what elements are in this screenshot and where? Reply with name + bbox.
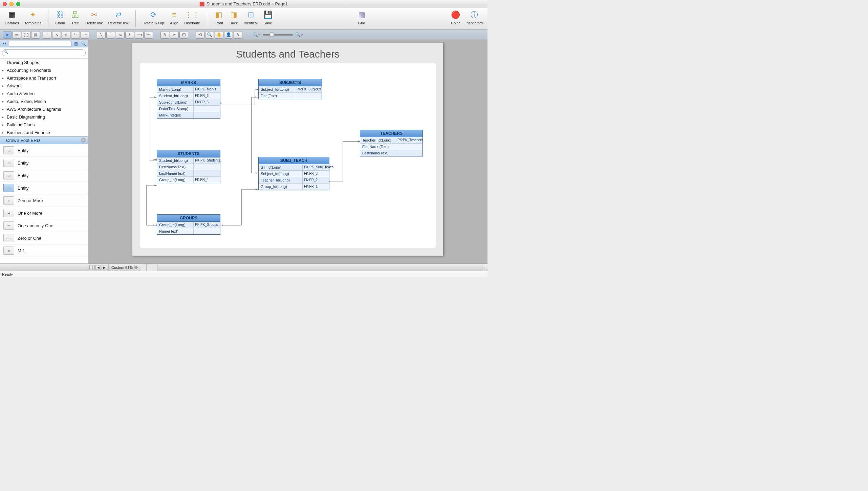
entity-subjects[interactable]: SUBJECTS Subject_Id(Long)PK:PK_SubjectsT… [258,79,322,99]
view-tool-5[interactable]: ✎ [234,31,242,39]
entity-teachers[interactable]: TEACHERS Teacher_Id(Long)PK:PK_TeachersF… [360,130,423,156]
line-tool-3[interactable]: ∿ [116,31,125,39]
identical-button[interactable]: ⊡Identical [242,9,260,26]
entity-row[interactable]: LastName(Text) [157,170,220,177]
category-item[interactable]: Drawing Shapes [0,59,88,66]
entity-row[interactable]: Group_Id(Long)FK:FR_1 [259,184,329,190]
page-tab-2[interactable] [147,264,152,271]
shape-item[interactable]: ▭Entity [0,157,88,169]
shape-item[interactable]: ▭Entity [0,144,88,157]
entity-row[interactable]: Date(TimeStamp) [157,106,220,112]
category-item[interactable]: Audio & Video [0,90,88,98]
entity-row[interactable]: Mark(Integer) [157,112,220,118]
sidebar-tree-icon[interactable]: ☷ [1,41,7,46]
entity-row[interactable]: Teacher_Id(Long)PK:PK_Teachers [360,137,422,144]
scroll-next-button[interactable]: ▶ [102,265,107,270]
zoom-window-button[interactable] [16,2,20,6]
category-item[interactable]: Accounting Flowcharts [0,66,88,74]
fit-icon[interactable]: ⛶ [481,265,487,270]
zoom-in-icon[interactable]: 🔍+ [295,32,303,37]
reverse-link-button[interactable]: ⇄Reverse link [106,9,131,26]
minimize-window-button[interactable] [9,2,14,6]
page-tab-1[interactable] [141,264,147,271]
zoom-slider[interactable]: 🔍− 🔍+ [253,32,303,37]
entity-row[interactable]: Student_Id(Long)PK:PK_Students [157,157,220,164]
canvas[interactable]: Students and Teachers ⪫⊢⊢ ⊢⊢⪫ ⪫⊢⊢ [88,40,487,263]
entity-row[interactable]: Title(Text) [259,93,322,99]
shape-item[interactable]: ⊢One and only One [0,219,88,232]
line-tool-6[interactable]: 〰 [144,31,153,39]
back-button[interactable]: ◨Back [227,9,240,26]
distribute-button[interactable]: ⋮⋮Distribute [182,9,202,26]
shape-item[interactable]: ⪪One or More [0,207,88,219]
connector-tool-2[interactable]: ↘ [52,31,61,39]
shape-item[interactable]: ▭Entity [0,182,88,194]
templates-button[interactable]: ✦Templates [22,9,43,26]
entity-row[interactable]: FirstName(Text) [157,164,220,170]
edit-tool-2[interactable]: ✂ [170,31,179,39]
scroll-prev-button[interactable]: ◀ [95,265,101,270]
save-button[interactable]: 💾Save [261,9,275,26]
view-tool-2[interactable]: 🔍 [205,31,214,39]
sidebar-grid-icon[interactable]: ▦ [73,41,79,46]
entity-groups[interactable]: GROUPS Group_Id(Long)PK:PK_GroupsName(Te… [157,214,220,235]
sidebar-filter-input[interactable] [9,41,71,46]
category-item[interactable]: AWS Architecture Diagrams [0,105,88,113]
ellipse-tool[interactable]: ◯ [22,31,30,39]
category-item[interactable]: Aerospace and Transport [0,74,88,82]
pointer-tool[interactable]: ➤ [3,31,12,39]
category-item[interactable]: Building Plans [0,121,88,129]
line-tool-1[interactable]: ╲ [97,31,106,39]
libraries-button[interactable]: ▦Libraries [3,9,21,26]
entity-row[interactable]: Name(Text) [157,228,220,234]
category-item[interactable]: Business and Finance [0,129,88,136]
entity-row[interactable]: FirstName(Text) [360,144,422,150]
entity-row[interactable]: Teacher_Id(Long)FK:FR_2 [259,177,329,184]
entity-row[interactable]: LastName(Text) [360,150,422,156]
connector-tool-3[interactable]: ⎌ [62,31,70,39]
entity-students[interactable]: STUDENTS Student_Id(Long)PK:PK_StudentsF… [157,150,220,183]
grid-button[interactable]: ▦Grid [355,9,368,26]
entity-row[interactable]: MarkId(Long)PK:PK_Marks [157,86,220,93]
entity-row[interactable]: Subject_Id(Long)FK:FR_3 [259,171,329,177]
shape-item[interactable]: ○⊢Zero or One [0,232,88,244]
align-button[interactable]: ≡Align [168,9,181,26]
category-item[interactable]: Audio, Video, Media [0,98,88,105]
line-tool-5[interactable]: ⟿ [135,31,144,39]
rotate-flip-button[interactable]: ⟳Rotate & Flip [140,9,166,26]
entity-row[interactable]: Group_Id(Long)FK:FR_4 [157,177,220,183]
entity-row[interactable]: Group_Id(Long)PK:PK_Groups [157,222,220,228]
inspectors-button[interactable]: ⓘInspectors [463,9,485,26]
edit-tool-1[interactable]: ✎ [160,31,169,39]
category-selected[interactable]: Crow's Foot ERD × [0,136,88,144]
tree-button[interactable]: 品Tree [68,9,82,26]
shape-item[interactable]: ⋔M:1 [0,244,88,257]
hand-tool[interactable]: ✋ [215,31,223,39]
entity-row[interactable]: Subject_Id(Long)FK:FR_5 [157,99,220,106]
delete-link-button[interactable]: ✂Delete link [83,9,105,26]
view-tool-4[interactable]: 👤 [224,31,233,39]
category-item[interactable]: Basic Diagramming [0,113,88,121]
category-item[interactable]: Artwork [0,82,88,90]
text-tool[interactable]: ▤ [31,31,40,39]
zoom-stepper[interactable]: ▲▼ [134,265,138,270]
connector-tool-1[interactable]: └ [43,31,51,39]
sidebar-search-icon[interactable]: 🔍 [80,41,86,46]
close-window-button[interactable] [3,2,7,6]
edit-tool-3[interactable]: ⊞ [179,31,188,39]
entity-marks[interactable]: MARKS MarkId(Long)PK:PK_MarksStudent_Id(… [157,79,220,119]
connector-tool-4[interactable]: ⤷ [71,31,80,39]
zoom-out-icon[interactable]: 🔍− [253,32,261,37]
line-tool-4[interactable]: ⤹ [125,31,134,39]
entity-row[interactable]: ST_Id(Long)PK:PK_Subj_Teach [259,164,329,171]
entity-row[interactable]: Student_Id(Long)FK:FR_6 [157,93,220,99]
chain-button[interactable]: ⛓Chain [53,9,67,26]
shape-item[interactable]: ⪫Zero or More [0,194,88,207]
front-button[interactable]: ◧Front [212,9,225,26]
shape-item[interactable]: ▭Entity [0,169,88,182]
close-category-icon[interactable]: × [81,138,86,143]
line-tool-2[interactable]: ⌒ [106,31,115,39]
connector-tool-5[interactable]: ⇢ [81,31,89,39]
view-tool-1[interactable]: ⟲ [196,31,204,39]
page-tab-3[interactable] [152,264,157,271]
